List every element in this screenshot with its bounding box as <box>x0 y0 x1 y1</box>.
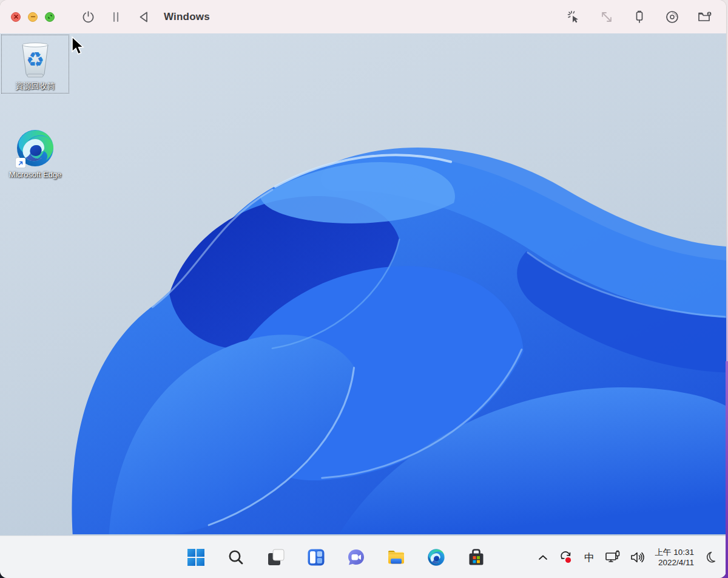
microsoft-store-icon <box>467 548 485 566</box>
chevron-up-icon <box>538 554 548 560</box>
back-icon <box>138 10 150 24</box>
fullscreen-button[interactable] <box>45 12 55 22</box>
file-explorer-button[interactable] <box>384 545 408 570</box>
edge-logo-icon <box>427 548 445 566</box>
shortcut-arrow-badge <box>16 158 25 168</box>
taskbar-clock[interactable]: 上午 10:31 2022/4/11 <box>655 547 694 568</box>
window-title: Windows <box>164 11 210 23</box>
titlebar: Windows <box>0 0 726 33</box>
windows-start-icon <box>187 548 205 566</box>
svg-text:♻: ♻ <box>26 47 44 72</box>
edge-shortcut-label: Microsoft Edge <box>9 170 62 179</box>
network-icon <box>605 550 621 565</box>
resize-icon <box>599 10 614 24</box>
pause-button[interactable] <box>106 7 126 27</box>
disc-drive-button[interactable] <box>662 7 682 27</box>
task-view-button[interactable] <box>264 545 288 570</box>
windows-update-tray-button[interactable] <box>559 547 573 568</box>
edge-shortcut-art <box>15 127 56 169</box>
store-button[interactable] <box>464 545 488 570</box>
recycle-bin-icon: ♻ <box>16 40 54 79</box>
windows-desktop[interactable]: ♻ 資源回收筒 <box>0 33 726 536</box>
volume-tray-button[interactable] <box>630 547 645 568</box>
shortcut-arrow-icon <box>18 160 24 166</box>
edge-shortcut-cell[interactable]: Microsoft Edge <box>6 127 64 179</box>
minimize-icon <box>30 14 36 19</box>
vm-window: Windows <box>0 0 726 578</box>
file-explorer-icon <box>386 548 406 566</box>
clock-time: 上午 10:31 <box>655 547 694 557</box>
fullscreen-icon <box>47 14 53 19</box>
windows-update-icon <box>559 550 573 565</box>
ime-language-label: 中 <box>584 551 595 565</box>
close-button[interactable] <box>11 12 21 22</box>
toolbar-right-controls <box>564 0 715 33</box>
power-button[interactable] <box>78 7 98 27</box>
close-icon <box>13 14 19 19</box>
volume-icon <box>630 550 645 565</box>
windows-taskbar: 中 上午 10:31 2022/4/ <box>0 536 726 578</box>
clock-date: 2022/4/11 <box>655 557 694 568</box>
ime-indicator-button[interactable]: 中 <box>582 547 596 568</box>
widgets-icon <box>307 548 325 566</box>
search-icon <box>228 549 244 566</box>
resize-display-button[interactable] <box>596 7 617 27</box>
bloom-wallpaper <box>0 33 726 534</box>
disc-drive-icon <box>665 10 679 24</box>
chat-button[interactable] <box>344 545 368 570</box>
power-icon <box>81 10 95 24</box>
edge-taskbar-button[interactable] <box>424 545 448 570</box>
minimize-button[interactable] <box>28 12 38 22</box>
usb-devices-button[interactable] <box>629 7 650 27</box>
mac-wallpaper-edge-strip <box>726 361 728 578</box>
toolbar-left-controls <box>78 7 154 27</box>
chat-icon <box>347 548 365 566</box>
recycle-bin-label: 資源回收筒 <box>16 81 55 90</box>
recycle-bin-art: ♻ <box>15 39 56 80</box>
widgets-button[interactable] <box>304 545 328 570</box>
taskbar-center-buttons <box>184 536 488 578</box>
start-button[interactable] <box>184 545 208 570</box>
back-button[interactable] <box>133 7 154 27</box>
task-view-icon <box>267 548 285 566</box>
pause-icon <box>110 11 121 23</box>
hidden-icons-button[interactable] <box>536 547 550 568</box>
shared-folder-button[interactable] <box>695 7 715 27</box>
cursor-capture-icon <box>567 10 581 24</box>
network-tray-button[interactable] <box>605 547 621 568</box>
mouse-cursor <box>70 36 85 56</box>
recycle-bin-icon-cell[interactable]: ♻ 資源回收筒 <box>1 35 69 93</box>
traffic-lights <box>11 12 55 22</box>
taskbar-system-tray: 中 上午 10:31 2022/4/ <box>536 536 718 578</box>
search-button[interactable] <box>224 545 248 570</box>
shared-folder-icon <box>697 10 713 24</box>
moon-icon <box>703 550 718 565</box>
focus-assist-button[interactable] <box>703 547 718 568</box>
usb-icon <box>632 10 647 24</box>
capture-cursor-button[interactable] <box>564 7 584 27</box>
